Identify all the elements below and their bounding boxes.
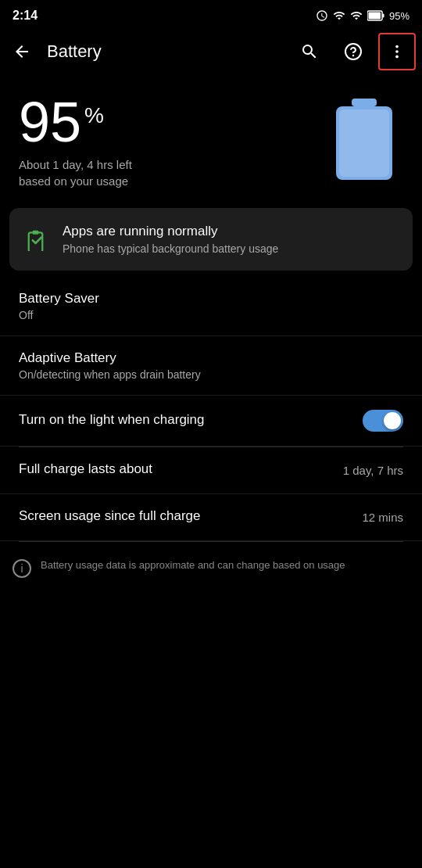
adaptive-battery-subtitle: On/detecting when apps drain battery	[19, 368, 403, 381]
battery-percentage: 95%	[19, 94, 325, 150]
wifi-icon	[333, 9, 345, 22]
help-icon	[344, 42, 363, 61]
screen-usage-value: 12 mins	[362, 511, 403, 524]
battery-hero: 95% About 1 day, 4 hrs leftbased on your…	[0, 75, 422, 208]
battery-check-icon	[25, 227, 50, 252]
battery-saver-item[interactable]: Battery Saver Off	[0, 277, 422, 336]
svg-point-5	[395, 45, 399, 48]
battery-saver-title: Battery Saver	[19, 291, 403, 307]
full-charge-item: Full charge lasts about 1 day, 7 hrs	[0, 447, 422, 494]
toggle-knob	[384, 412, 401, 429]
svg-rect-2	[382, 14, 384, 18]
footer-note: i Battery usage data is approximate and …	[0, 542, 422, 594]
charging-light-item[interactable]: Turn on the light when charging	[0, 396, 422, 447]
svg-point-6	[395, 50, 399, 53]
adaptive-battery-title: Adaptive Battery	[19, 350, 403, 366]
svg-point-7	[395, 56, 399, 59]
status-card: Apps are running normally Phone has typi…	[9, 208, 413, 271]
battery-info: 95% About 1 day, 4 hrs leftbased on your…	[19, 94, 325, 189]
status-card-subtitle: Phone has typical background battery usa…	[63, 242, 278, 255]
footer-note-text: Battery usage data is approximate and ca…	[41, 558, 345, 573]
stats-section: Full charge lasts about 1 day, 7 hrs Scr…	[0, 447, 422, 541]
svg-rect-10	[339, 109, 389, 177]
info-icon: i	[13, 559, 31, 578]
search-icon	[300, 42, 319, 61]
battery-saver-subtitle: Off	[19, 309, 403, 321]
svg-rect-8	[352, 99, 377, 106]
back-button[interactable]	[3, 33, 41, 70]
more-options-button[interactable]	[378, 33, 416, 70]
battery-status-icon	[367, 10, 384, 21]
charging-light-toggle[interactable]	[363, 410, 403, 432]
toolbar: Battery	[0, 28, 422, 75]
charging-light-title: Turn on the light when charging	[19, 412, 363, 428]
status-icons: 95%	[316, 9, 409, 22]
full-charge-label: Full charge lasts about	[19, 461, 334, 477]
status-bar: 2:14 95%	[0, 0, 422, 28]
battery-large-icon	[333, 99, 395, 185]
screen-usage-item: Screen usage since full charge 12 mins	[0, 494, 422, 541]
status-card-title: Apps are running normally	[63, 224, 278, 239]
page-title: Battery	[47, 41, 284, 62]
alarm-icon	[316, 9, 328, 22]
svg-rect-1	[368, 13, 381, 20]
svg-rect-11	[29, 232, 43, 251]
more-vertical-icon	[388, 43, 406, 60]
battery-percent-status: 95%	[389, 10, 409, 22]
status-time: 2:14	[13, 9, 38, 23]
battery-time-remaining: About 1 day, 4 hrs leftbased on your usa…	[19, 156, 325, 189]
status-card-text: Apps are running normally Phone has typi…	[63, 224, 278, 255]
signal-icon	[350, 9, 363, 22]
svg-rect-12	[33, 231, 39, 235]
adaptive-battery-item[interactable]: Adaptive Battery On/detecting when apps …	[0, 336, 422, 396]
search-button[interactable]	[291, 33, 328, 70]
settings-list: Battery Saver Off Adaptive Battery On/de…	[0, 277, 422, 447]
back-icon	[13, 42, 31, 61]
battery-icon-large	[325, 99, 403, 185]
screen-usage-label: Screen usage since full charge	[19, 508, 352, 524]
full-charge-value: 1 day, 7 hrs	[343, 464, 403, 477]
help-button[interactable]	[334, 33, 372, 70]
